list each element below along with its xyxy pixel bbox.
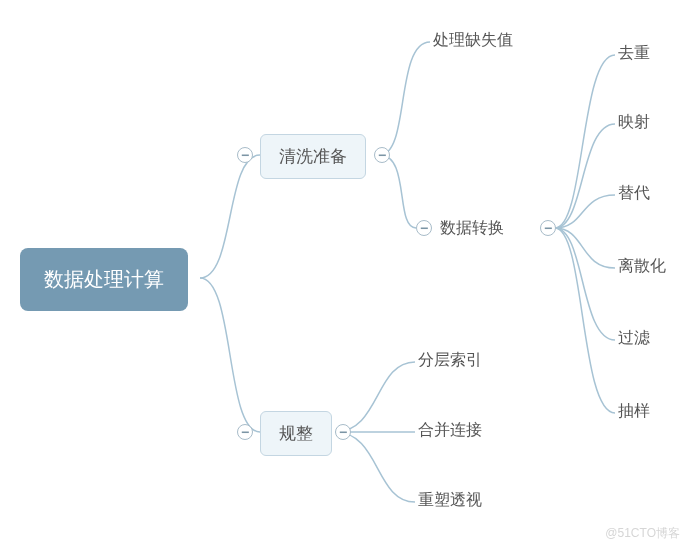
toggle-tidy[interactable]: − — [335, 424, 351, 440]
node-clean[interactable]: 清洗准备 — [260, 134, 366, 179]
root-node[interactable]: 数据处理计算 — [20, 248, 188, 311]
toggle-root-upper[interactable]: − — [237, 147, 253, 163]
toggle-transform-right[interactable]: − — [540, 220, 556, 236]
node-merge[interactable]: 合并连接 — [418, 420, 482, 441]
clean-label: 清洗准备 — [279, 147, 347, 166]
toggle-transform-left[interactable]: − — [416, 220, 432, 236]
node-missing[interactable]: 处理缺失值 — [433, 30, 513, 51]
watermark: @51CTO博客 — [605, 525, 680, 542]
root-label: 数据处理计算 — [44, 268, 164, 290]
node-tidy[interactable]: 规整 — [260, 411, 332, 456]
node-pivot[interactable]: 重塑透视 — [418, 490, 482, 511]
node-dedup[interactable]: 去重 — [618, 43, 650, 64]
node-discrete[interactable]: 离散化 — [618, 256, 666, 277]
node-map[interactable]: 映射 — [618, 112, 650, 133]
node-transform[interactable]: 数据转换 — [440, 218, 504, 239]
tidy-label: 规整 — [279, 424, 313, 443]
node-filter[interactable]: 过滤 — [618, 328, 650, 349]
toggle-root-lower[interactable]: − — [237, 424, 253, 440]
node-sample[interactable]: 抽样 — [618, 401, 650, 422]
node-replace[interactable]: 替代 — [618, 183, 650, 204]
node-hier[interactable]: 分层索引 — [418, 350, 482, 371]
toggle-clean[interactable]: − — [374, 147, 390, 163]
